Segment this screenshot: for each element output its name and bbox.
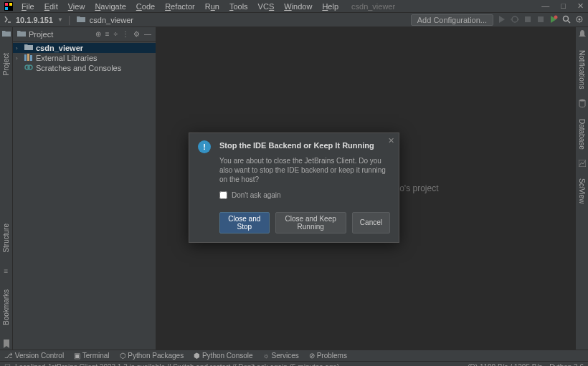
menu-tools[interactable]: Tools <box>225 1 252 11</box>
bookmarks-tool-icon[interactable] <box>3 339 10 350</box>
svg-rect-2 <box>9 3 12 6</box>
python-console-tool[interactable]: ⬢ Python Console <box>194 352 252 360</box>
dont-ask-checkbox-input[interactable] <box>219 191 227 199</box>
terminal-tool[interactable]: ▣ Terminal <box>74 352 109 360</box>
tree-row-scratches[interactable]: Scratches and Consoles <box>13 63 156 73</box>
notifications-tool-label[interactable]: Notifications <box>578 50 586 89</box>
left-tool-gutter: Project Structure ≡ Bookmarks <box>0 27 13 350</box>
library-icon <box>24 54 33 62</box>
tree-expand-icon[interactable]: › <box>16 55 22 62</box>
tree-row-root[interactable]: › csdn_viewer <box>13 43 156 53</box>
locate-icon[interactable]: ⊕ <box>95 30 101 38</box>
add-configuration-button[interactable]: Add Configuration... <box>411 14 493 26</box>
window-controls: ― □ ✕ <box>541 1 584 11</box>
database-tool-icon[interactable] <box>579 99 586 109</box>
project-tool-label[interactable]: Project <box>2 53 10 75</box>
maximize-icon[interactable]: □ <box>561 1 566 11</box>
chevron-down-icon[interactable]: ▼ <box>57 16 63 23</box>
svg-rect-8 <box>525 16 531 22</box>
svg-rect-15 <box>24 54 27 61</box>
profiler-icon[interactable] <box>549 15 558 25</box>
svg-point-10 <box>554 15 558 19</box>
status-bar: ☐ Localized JetBrains Client 2023.1.3 is… <box>0 361 588 366</box>
window-title: csdn_viewer <box>351 2 395 11</box>
svg-point-14 <box>579 18 581 20</box>
menu-code[interactable]: Code <box>132 1 159 11</box>
menu-navigate[interactable]: Navigate <box>90 1 130 11</box>
menu-refactor[interactable]: Refactor <box>161 1 199 11</box>
database-tool-label[interactable]: Database <box>578 119 586 150</box>
dont-ask-checkbox[interactable]: Don't ask again <box>219 191 390 199</box>
svg-line-12 <box>568 21 570 23</box>
remote-host[interactable]: 10.1.9.151 <box>16 16 53 24</box>
sciview-tool-label[interactable]: SciView <box>578 178 586 203</box>
close-and-stop-button[interactable]: Close and Stop <box>219 212 270 233</box>
svg-rect-9 <box>538 16 544 22</box>
services-tool[interactable]: ☼ Services <box>263 352 299 360</box>
close-and-keep-running-button[interactable]: Close and Keep Running <box>275 212 346 233</box>
panel-hide-icon[interactable]: — <box>144 30 151 38</box>
svg-rect-1 <box>5 3 8 6</box>
menu-run[interactable]: Run <box>201 1 224 11</box>
menu-edit[interactable]: Edit <box>40 1 62 11</box>
breadcrumb-project[interactable]: csdn_viewer <box>90 16 133 24</box>
scratches-icon <box>24 64 33 72</box>
structure-tool-label[interactable]: Structure <box>2 223 10 253</box>
folder-icon <box>24 44 33 52</box>
bookmarks-tool-label[interactable]: Bookmarks <box>2 289 10 325</box>
notifications-tool-icon[interactable] <box>579 30 586 40</box>
svg-point-20 <box>579 100 585 102</box>
stop-icon[interactable] <box>536 15 545 25</box>
minimize-icon[interactable]: ― <box>541 1 549 11</box>
main-menu: File Edit View Navigate Code Refactor Ru… <box>17 1 343 11</box>
settings-icon[interactable] <box>575 15 584 25</box>
dialog-message: You are about to close the JetBrains Cli… <box>219 156 390 184</box>
close-icon[interactable]: ✕ <box>577 1 584 11</box>
right-tool-gutter: Notifications Database SciView <box>575 27 588 350</box>
sciview-tool-icon[interactable] <box>579 160 586 168</box>
project-tool-icon[interactable] <box>2 30 11 39</box>
tree-label: Scratches and Consoles <box>36 64 121 72</box>
project-header-icon <box>17 30 26 39</box>
remote-icon <box>4 16 11 24</box>
menu-vcs[interactable]: VCS <box>254 1 279 11</box>
project-panel-header: Project ⊕ ≡ ÷ ⋮ ⚙ — <box>13 27 156 42</box>
status-message[interactable]: Localized JetBrains Client 2023.1.3 is a… <box>15 363 339 366</box>
tree-expand-icon[interactable]: › <box>16 45 22 52</box>
svg-rect-16 <box>27 54 29 61</box>
titlebar: File Edit View Navigate Code Refactor Ru… <box>0 0 588 13</box>
cancel-button[interactable]: Cancel <box>352 212 390 233</box>
version-control-tool[interactable]: ⎇ Version Control <box>4 352 64 360</box>
problems-tool[interactable]: ⊘ Problems <box>309 352 347 360</box>
python-packages-tool[interactable]: ⬡ Python Packages <box>120 352 184 360</box>
close-backend-dialog: ✕ ! Stop the IDE Backend or Keep It Runn… <box>189 133 399 243</box>
tree-row-external-libs[interactable]: › External Libraries <box>13 53 156 63</box>
info-icon: ! <box>198 140 211 153</box>
project-tool-window: Project ⊕ ≡ ÷ ⋮ ⚙ — › csdn_viewer › Exte… <box>13 27 156 350</box>
breadcrumb-separator: │ <box>67 16 72 24</box>
tree-label: csdn_viewer <box>36 44 83 52</box>
panel-options-icon[interactable]: ⋮ <box>122 30 129 38</box>
menu-help[interactable]: Help <box>318 1 343 11</box>
project-panel-title[interactable]: Project <box>29 30 95 39</box>
panel-settings-icon[interactable]: ⚙ <box>133 30 140 38</box>
debug-icon[interactable] <box>511 15 519 25</box>
run-icon[interactable] <box>498 15 506 25</box>
svg-point-19 <box>28 65 32 69</box>
navbar: 10.1.9.151 ▼ │ csdn_viewer Add Configura… <box>0 13 588 27</box>
svg-rect-17 <box>30 55 32 61</box>
structure-tool-icon[interactable]: ≡ <box>4 267 9 275</box>
expand-all-icon[interactable]: ≡ <box>105 30 110 38</box>
menu-file[interactable]: File <box>17 1 39 11</box>
menu-window[interactable]: Window <box>280 1 316 11</box>
status-icon[interactable]: ☐ <box>4 363 11 366</box>
status-speed: (D) 1100 B/s / 1205 B/s <box>468 363 542 366</box>
dialog-close-icon[interactable]: ✕ <box>388 136 394 145</box>
collapse-all-icon[interactable]: ÷ <box>114 30 118 38</box>
status-interpreter[interactable]: Python 3.6 <box>549 363 584 366</box>
menu-view[interactable]: View <box>64 1 90 11</box>
search-icon[interactable] <box>562 15 571 25</box>
dont-ask-label: Don't ask again <box>232 191 281 199</box>
app-icon <box>4 2 13 11</box>
coverage-icon[interactable] <box>523 15 532 25</box>
